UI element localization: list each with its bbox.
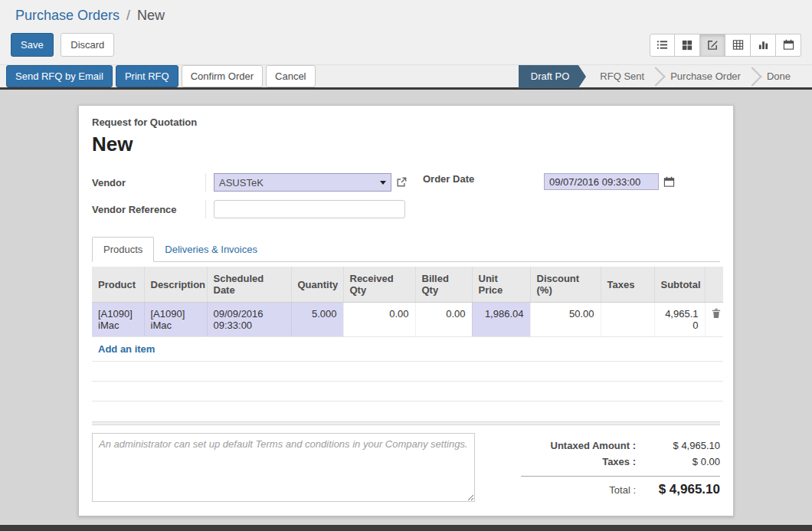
tab-products[interactable]: Products — [92, 237, 154, 262]
page-title: New — [92, 133, 720, 156]
notebook-tabs: Products Deliveries & Invoices — [92, 237, 720, 262]
breadcrumb-purchase-orders[interactable]: Purchase Orders — [15, 8, 120, 23]
graph-view-button[interactable] — [751, 34, 776, 57]
list-icon — [656, 39, 668, 51]
status-step-purchase-order: Purchase Order — [660, 65, 751, 88]
calendar-view-button[interactable] — [776, 34, 801, 57]
print-rfq-button[interactable]: Print RFQ — [116, 65, 178, 87]
add-item-row: Add an item — [92, 337, 723, 362]
column-header-subtotal: Subtotal — [654, 267, 705, 303]
calendar-icon — [783, 39, 794, 51]
table-header-row: Product Description Scheduled Date Quant… — [92, 267, 723, 303]
status-steps: Draft PO RFQ Sent Purchase Order Done — [519, 65, 812, 87]
cell-description[interactable]: [A1090] iMac — [144, 303, 207, 337]
form-sheet: Request for Quotation New Vendor ASUSTeK… — [78, 105, 734, 516]
column-header-billed-qty: Billed Qty — [415, 267, 472, 303]
untaxed-amount-label: Untaxed Amount : — [551, 440, 636, 451]
chevron-down-icon — [380, 181, 386, 185]
cell-product[interactable]: [A1090] iMac — [92, 303, 144, 337]
breadcrumb: Purchase Orders / New — [0, 0, 812, 27]
totals-divider — [521, 476, 720, 477]
status-step-done: Done — [756, 65, 801, 88]
breadcrumb-current: New — [137, 8, 165, 23]
cancel-button[interactable]: Cancel — [266, 65, 315, 87]
trash-icon — [712, 310, 721, 321]
cell-scheduled-date[interactable]: 09/09/2016 09:33:00 — [207, 303, 291, 337]
discard-button[interactable]: Discard — [61, 33, 114, 57]
kanban-icon — [682, 40, 692, 51]
delete-row-button[interactable] — [705, 303, 723, 337]
total-label: Total : — [609, 484, 636, 496]
cell-received-qty: 0.00 — [343, 303, 415, 337]
pivot-table-icon — [732, 39, 744, 51]
external-link-icon[interactable] — [396, 177, 407, 188]
cell-discount[interactable]: 50.00 — [530, 303, 601, 337]
column-header-discount: Discount (%) — [530, 267, 601, 303]
vendor-select[interactable]: ASUSTeK — [214, 173, 391, 192]
statusbar: Send RFQ by Email Print RFQ Confirm Orde… — [0, 64, 812, 90]
edit-icon — [707, 39, 719, 51]
column-header-scheduled-date: Scheduled Date — [207, 267, 291, 303]
vendor-reference-label: Vendor Reference — [92, 204, 213, 215]
column-header-taxes: Taxes — [601, 267, 654, 303]
column-header-actions — [705, 267, 723, 303]
column-header-quantity: Quantity — [291, 267, 343, 303]
bottom-dark-strip — [0, 525, 812, 531]
empty-row — [92, 382, 723, 402]
column-header-product: Product — [92, 267, 144, 303]
cell-subtotal: 4,965.10 — [654, 303, 705, 337]
breadcrumb-separator: / — [126, 8, 130, 23]
terms-conditions-textarea[interactable] — [92, 433, 475, 502]
save-button[interactable]: Save — [11, 33, 54, 57]
status-step-draft-po: Draft PO — [519, 65, 579, 88]
send-rfq-by-email-button[interactable]: Send RFQ by Email — [6, 65, 113, 87]
sheet-subtitle: Request for Quotation — [92, 116, 720, 128]
cell-quantity[interactable]: 5.000 — [291, 303, 343, 337]
taxes-label: Taxes : — [602, 456, 636, 467]
untaxed-amount-value: $ 4,965.10 — [636, 440, 720, 451]
column-header-received-qty: Received Qty — [343, 267, 415, 303]
cell-taxes[interactable] — [601, 303, 654, 337]
section-divider — [92, 421, 720, 425]
form-view-button[interactable] — [700, 34, 725, 57]
totals-block: Untaxed Amount : $ 4,965.10 Taxes : $ 0.… — [475, 433, 720, 502]
vendor-select-value: ASUSTeK — [219, 177, 264, 188]
cell-unit-price[interactable]: 1,986.04 — [472, 303, 530, 337]
column-header-description: Description — [144, 267, 207, 303]
kanban-view-button[interactable] — [675, 34, 700, 57]
taxes-value: $ 0.00 — [636, 456, 720, 467]
form-background: Request for Quotation New Vendor ASUSTeK… — [0, 90, 812, 525]
tab-deliveries-invoices[interactable]: Deliveries & Invoices — [154, 238, 268, 261]
empty-row — [92, 362, 723, 382]
toolbar: Save Discard — [0, 27, 812, 64]
column-header-unit-price: Unit Price — [472, 267, 530, 303]
add-an-item-link[interactable]: Add an item — [92, 337, 723, 362]
cell-billed-qty: 0.00 — [415, 303, 472, 337]
list-view-button[interactable] — [650, 34, 675, 57]
order-lines-table: Product Description Scheduled Date Quant… — [92, 267, 723, 402]
vendor-label: Vendor — [92, 177, 213, 188]
pivot-view-button[interactable] — [725, 34, 751, 57]
order-date-label: Order Date — [423, 173, 544, 185]
view-switcher — [650, 34, 801, 57]
confirm-order-button[interactable]: Confirm Order — [182, 65, 263, 87]
vendor-reference-input[interactable] — [214, 200, 405, 218]
calendar-picker-icon[interactable] — [663, 176, 675, 188]
order-date-input[interactable]: 09/07/2016 09:33:00 — [544, 173, 659, 190]
total-value: $ 4,965.10 — [636, 482, 720, 497]
table-row: [A1090] iMac [A1090] iMac 09/09/2016 09:… — [92, 303, 723, 337]
bar-chart-icon — [758, 39, 769, 51]
